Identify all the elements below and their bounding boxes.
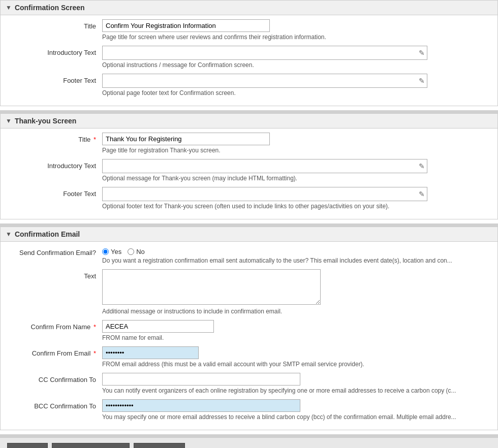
conf-title-row: Title Page title for screen where user r…: [6, 19, 492, 41]
ty-title-required: *: [94, 136, 96, 143]
conf-title-label: Title: [6, 19, 102, 31]
email-text-wrap: [102, 269, 321, 306]
from-email-content: FROM email address (this must be a valid…: [102, 346, 492, 368]
ty-title-hint: Page title for registration Thank-you sc…: [102, 147, 492, 154]
ty-intro-wrap: ✎: [102, 159, 427, 173]
conf-title-content: Page title for screen where user reviews…: [102, 19, 492, 41]
conf-intro-row: Introductory Text ✎ Optional instruction…: [6, 46, 492, 69]
conf-footer-label: Footer Text: [6, 74, 102, 85]
ty-footer-label: Footer Text: [6, 187, 102, 199]
email-text-hint: Additional message or instructions to in…: [102, 308, 492, 315]
ty-title-input[interactable]: [102, 133, 270, 145]
confirmation-email-title: Confirmation Email: [15, 230, 80, 238]
confirmation-screen-title: Confirmation Screen: [15, 4, 85, 12]
conf-title-input[interactable]: [102, 19, 270, 32]
ty-title-label: Title *: [6, 133, 102, 144]
cc-label: CC Confirmation To: [6, 373, 102, 385]
from-email-input[interactable]: [102, 346, 199, 359]
ty-intro-edit-icon[interactable]: ✎: [419, 162, 425, 170]
conf-intro-edit-icon[interactable]: ✎: [419, 49, 425, 57]
conf-footer-edit-icon[interactable]: ✎: [419, 77, 425, 85]
bcc-label: BCC Confirmation To: [6, 399, 102, 411]
ty-intro-hint: Optional message for Thank-you screen (m…: [102, 175, 492, 182]
send-conf-row: Send Confirmation Email? Yes No Do you w…: [6, 246, 492, 264]
from-name-label: Confirm From Name *: [6, 320, 102, 332]
from-name-required: *: [94, 323, 96, 331]
cancel-button[interactable]: ✕ CANCEL: [134, 443, 184, 448]
send-conf-radios: Yes No: [102, 246, 492, 255]
ty-intro-content: ✎ Optional message for Thank-you screen …: [102, 159, 492, 182]
cc-input[interactable]: [102, 373, 300, 386]
send-conf-no-radio[interactable]: [128, 248, 134, 255]
send-conf-content: Yes No Do you want a registration confir…: [102, 246, 492, 264]
from-name-row: Confirm From Name * FROM name for email.: [6, 320, 492, 341]
save-and-done-button[interactable]: ✓ SAVE AND DONE: [52, 443, 130, 448]
cc-hint: You can notify event organizers of each …: [102, 387, 492, 394]
ty-intro-input[interactable]: [102, 159, 427, 173]
thank-you-screen-header: ▼ Thank-you Screen: [1, 114, 497, 129]
from-name-content: FROM name for email.: [102, 320, 492, 341]
email-text-row: Text Additional message or instructions …: [6, 269, 492, 315]
email-text-content: Additional message or instructions to in…: [102, 269, 492, 315]
from-email-row: Confirm From Email * FROM email address …: [6, 346, 492, 368]
conf-footer-hint: Optional page footer text for Confirmati…: [102, 89, 492, 97]
page-wrapper: ▼ Confirmation Screen Title Page title f…: [0, 0, 498, 448]
conf-intro-content: ✎ Optional instructions / message for Co…: [102, 46, 492, 69]
ty-footer-hint: Optional footer text for Thank-you scree…: [102, 203, 492, 210]
conf-intro-wrap: ✎: [102, 46, 427, 60]
collapse-arrow-icon[interactable]: ▼: [6, 4, 12, 11]
send-conf-yes-radio[interactable]: [102, 248, 109, 255]
conf-intro-hint: Optional instructions / message for Conf…: [102, 61, 492, 69]
cc-content: You can notify event organizers of each …: [102, 373, 492, 394]
send-conf-hint: Do you want a registration confirmation …: [102, 257, 492, 264]
conf-footer-input[interactable]: [102, 74, 427, 88]
conf-intro-input[interactable]: [102, 46, 427, 60]
confirmation-email-header: ▼ Confirmation Email: [1, 227, 497, 242]
conf-intro-label: Introductory Text: [6, 46, 102, 57]
confirmation-email-section: ▼ Confirmation Email Send Confirmation E…: [0, 227, 498, 430]
collapse-arrow-email-icon[interactable]: ▼: [6, 231, 12, 238]
cc-row: CC Confirmation To You can notify event …: [6, 373, 492, 394]
from-email-label: Confirm From Email *: [6, 346, 102, 358]
from-name-hint: FROM name for email.: [102, 334, 492, 341]
send-conf-label: Send Confirmation Email?: [6, 246, 102, 258]
email-text-label: Text: [6, 269, 102, 281]
bcc-row: BCC Confirmation To You may specify one …: [6, 399, 492, 421]
ty-footer-edit-icon[interactable]: ✎: [419, 190, 425, 198]
conf-title-hint: Page title for screen where user reviews…: [102, 34, 492, 41]
email-text-textarea[interactable]: [102, 269, 321, 305]
ty-footer-content: ✎ Optional footer text for Thank-you scr…: [102, 187, 492, 210]
from-email-required: *: [94, 349, 96, 357]
conf-footer-row: Footer Text ✎ Optional page footer text …: [6, 74, 492, 97]
from-name-input[interactable]: [102, 320, 214, 333]
confirmation-screen-section: ▼ Confirmation Screen Title Page title f…: [0, 0, 498, 106]
confirmation-email-form: Send Confirmation Email? Yes No Do you w…: [1, 242, 497, 430]
ty-intro-row: Introductory Text ✎ Optional message for…: [6, 159, 492, 182]
ty-intro-label: Introductory Text: [6, 159, 102, 171]
thank-you-screen-section: ▼ Thank-you Screen Title * Page title fo…: [0, 113, 498, 219]
bcc-hint: You may specify one or more email addres…: [102, 413, 492, 421]
conf-footer-content: ✎ Optional page footer text for Confirma…: [102, 74, 492, 97]
ty-title-row: Title * Page title for registration Than…: [6, 133, 492, 154]
send-conf-yes-label[interactable]: Yes: [102, 248, 121, 255]
ty-footer-input[interactable]: [102, 187, 427, 201]
collapse-arrow-thank-icon[interactable]: ▼: [6, 117, 12, 124]
bcc-input[interactable]: [102, 399, 300, 412]
conf-footer-wrap: ✎: [102, 74, 427, 88]
thank-you-screen-form: Title * Page title for registration Than…: [1, 129, 497, 219]
confirmation-screen-header: ▼ Confirmation Screen: [1, 1, 497, 15]
bcc-content: You may specify one or more email addres…: [102, 399, 492, 421]
ty-footer-row: Footer Text ✎ Optional footer text for T…: [6, 187, 492, 210]
ty-footer-wrap: ✎: [102, 187, 427, 201]
footer-bar: ✓ SAVE ✓ SAVE AND DONE ✕ CANCEL: [0, 437, 498, 448]
send-conf-no-label[interactable]: No: [128, 248, 145, 255]
ty-title-content: Page title for registration Thank-you sc…: [102, 133, 492, 154]
save-button[interactable]: ✓ SAVE: [7, 443, 48, 448]
thank-you-screen-title: Thank-you Screen: [15, 117, 76, 125]
from-email-hint: FROM email address (this must be a valid…: [102, 361, 492, 368]
confirmation-screen-form: Title Page title for screen where user r…: [1, 15, 497, 106]
